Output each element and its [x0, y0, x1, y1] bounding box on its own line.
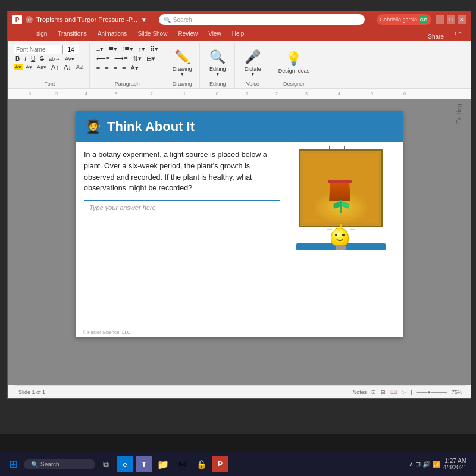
strikethrough-button[interactable]: S: [38, 55, 46, 62]
header-icon: 🧑‍🎓: [85, 119, 101, 134]
text-shadow-btn[interactable]: A▾: [129, 64, 140, 73]
ruler-mark-6: 6: [29, 92, 31, 96]
columns-button[interactable]: ⠿▾: [148, 45, 160, 54]
view-reading[interactable]: 📖: [390, 389, 397, 395]
underline-button[interactable]: U: [29, 55, 37, 62]
multi-level-list[interactable]: ⁝≣▾: [120, 45, 135, 54]
zoom-level[interactable]: 75%: [452, 389, 462, 395]
italic-button[interactable]: I: [23, 55, 28, 62]
ppt-taskbar-icon[interactable]: P: [212, 456, 228, 472]
align-right[interactable]: ≡: [112, 64, 119, 73]
ruler-mark-5: 5: [55, 92, 58, 96]
teams-icon[interactable]: T: [136, 456, 152, 472]
user-badge: Gabriella garcia GG: [377, 14, 431, 25]
drawing-button[interactable]: ✏️ Drawing ▼: [169, 45, 196, 80]
date: 4/3/2021: [443, 464, 466, 471]
lock-icon[interactable]: 🔒: [193, 456, 209, 472]
ribbon-tabs: sign Transitions Animations Slide Show R…: [8, 28, 471, 41]
ruler-mark-6r: 6: [403, 92, 406, 96]
ribbon-toolbar: B I U S ab→ AV▾ A▾ A▾ Aa▾ A↑ A↓ Aℤ: [8, 41, 471, 89]
maximize-button[interactable]: □: [447, 15, 455, 24]
design-ideas-button[interactable]: 💡 Design Ideas: [275, 45, 314, 80]
clear-format[interactable]: Aℤ: [74, 64, 86, 71]
dictate-button[interactable]: 🎤 Dictate ▼: [240, 45, 266, 80]
leaf-left: [333, 201, 342, 208]
undo-icon[interactable]: ↩: [26, 16, 33, 23]
slide-count: Slide 1 of 1: [18, 389, 45, 395]
font-size-up[interactable]: A↑: [49, 63, 61, 71]
tab-slideshow[interactable]: Slide Show: [133, 29, 172, 41]
tab-animations[interactable]: Animations: [93, 29, 131, 41]
slide[interactable]: 🧑‍🎓 Think About It In a botany experimen…: [76, 111, 403, 337]
tab-view[interactable]: View: [203, 29, 226, 41]
ribbon-group-designer: 💡 Design Ideas Designer: [273, 43, 317, 88]
title-bar-left: P ↩ Tropisms and Turgor Pressure -P... ▼: [12, 15, 147, 24]
align-row: ≡ ≡ ≡ ≡ A▾: [95, 64, 160, 73]
highlight-button[interactable]: A▾: [14, 64, 23, 70]
bottom-status-bar: Slide 1 of 1 Notes ⊡ ⊞ 📖 ▷ | ——●——— 75%: [15, 385, 466, 398]
answer-box[interactable]: Type your answer here: [84, 200, 280, 265]
mail-icon[interactable]: ✉: [174, 456, 190, 472]
ruler-mark-5r: 5: [371, 92, 373, 96]
voice-group-label: Voice: [246, 81, 259, 87]
pot-top: [328, 180, 352, 183]
justify[interactable]: ≡: [120, 64, 127, 73]
ribbon-group-font: B I U S ab→ AV▾ A▾ A▾ Aa▾ A↑ A↓ Aℤ: [11, 43, 90, 88]
lightbulb-outer: [331, 228, 351, 248]
user-name: Gabriella garcia: [380, 17, 417, 23]
tab-transitions[interactable]: Transitions: [53, 29, 92, 41]
show-desktop[interactable]: [469, 456, 471, 472]
list-row: ≡▾ ≣▾ ⁝≣▾ ↕▾ ⠿▾: [95, 45, 160, 54]
ribbon-group-drawing: ✏️ Drawing ▼ Drawing: [167, 43, 200, 88]
slide-title: Think About It: [107, 119, 195, 134]
font-name-row: [14, 45, 86, 54]
view-normal[interactable]: ⊡: [371, 389, 376, 395]
title-bar: P ↩ Tropisms and Turgor Pressure -P... ▼…: [8, 11, 471, 28]
ray-left: [327, 229, 332, 230]
lightbulb: [331, 228, 351, 248]
dropdown-arrow[interactable]: ▼: [141, 17, 147, 23]
task-view-button[interactable]: ⧉: [98, 456, 114, 472]
font-name-input[interactable]: [14, 45, 61, 54]
numbered-list-button[interactable]: ≣▾: [107, 45, 119, 54]
font-size-down[interactable]: A↓: [62, 63, 73, 71]
edge-icon[interactable]: e: [117, 456, 133, 472]
align-left[interactable]: ≡: [95, 64, 102, 73]
align-center[interactable]: ≡: [103, 64, 110, 73]
drawing-icon: ✏️: [174, 49, 190, 65]
start-button[interactable]: ⊞: [5, 456, 21, 472]
aa-button[interactable]: Aa▾: [35, 64, 48, 71]
drawing-group-label: Drawing: [173, 81, 192, 87]
tab-design[interactable]: sign: [32, 29, 52, 41]
ppt-window: P ↩ Tropisms and Turgor Pressure -P... ▼…: [7, 11, 471, 399]
font-size-input[interactable]: [62, 45, 79, 54]
ruler-mark-2r: 2: [275, 92, 278, 96]
tab-help[interactable]: Help: [227, 29, 249, 41]
text-color-button[interactable]: A▾: [24, 64, 34, 71]
taskbar-search-icon: 🔍: [31, 461, 38, 468]
char-spacing-button[interactable]: ab→: [47, 55, 62, 62]
convert-smartart[interactable]: ⊞▾: [145, 54, 157, 63]
bulb-body: [331, 228, 349, 246]
share-button[interactable]: Share: [423, 32, 449, 41]
paragraph-group-label: Paragraph: [115, 81, 140, 87]
zoom-slider[interactable]: ——●———: [417, 389, 447, 395]
bold-button[interactable]: B: [14, 55, 21, 62]
taskbar-time-date: 1:27 AM 4/3/2021: [443, 458, 466, 471]
fontcolor-dropdown[interactable]: AV▾: [63, 55, 76, 62]
text-direction[interactable]: ⇅▾: [131, 54, 143, 63]
decrease-indent[interactable]: ⟵≡: [95, 54, 111, 63]
minimize-button[interactable]: –: [436, 15, 444, 24]
line-spacing-button[interactable]: ↕▾: [136, 45, 147, 54]
tab-review[interactable]: Review: [173, 29, 202, 41]
file-explorer-icon[interactable]: 📁: [155, 456, 171, 472]
comments-button[interactable]: Co...: [450, 29, 471, 41]
view-presenter[interactable]: ▷: [402, 389, 406, 395]
view-slide-sorter[interactable]: ⊞: [381, 389, 386, 395]
bullet-list-button[interactable]: ≡▾: [95, 45, 105, 54]
editing-button[interactable]: 🔍 Editing ▼: [205, 45, 231, 80]
taskbar-search[interactable]: 🔍 Search: [24, 459, 95, 469]
close-button[interactable]: ✕: [458, 15, 466, 24]
notes-button[interactable]: Notes: [353, 389, 367, 395]
increase-indent[interactable]: ⟶≡: [112, 54, 129, 63]
